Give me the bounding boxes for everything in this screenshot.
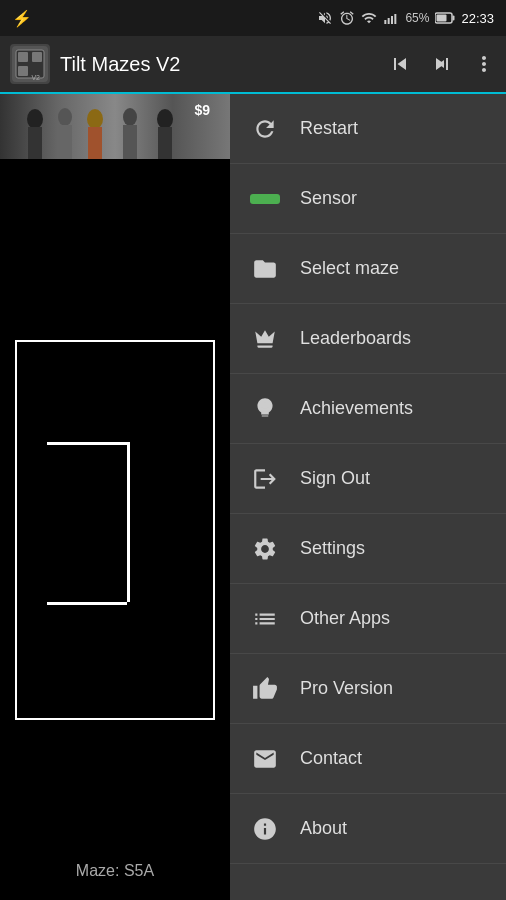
signout-icon [250,466,280,492]
alarm-icon [339,10,355,26]
svg-text:V2: V2 [31,74,40,81]
about-label: About [300,818,347,839]
status-bar: ⚡ 65% 22:33 [0,0,506,36]
svg-point-15 [58,108,72,126]
maze-area: Maze: S5A [0,159,230,900]
svg-point-17 [87,109,103,129]
menu-item-sign-out[interactable]: Sign Out [230,444,506,514]
menu-item-leaderboards[interactable]: Leaderboards [230,304,506,374]
svg-rect-9 [18,52,28,62]
sensor-label: Sensor [300,188,357,209]
more-options-button[interactable] [472,52,496,76]
status-right-icons: 65% 22:33 [317,10,494,26]
maze-wall-2 [47,602,127,605]
app-title: Tilt Mazes V2 [60,53,388,76]
other-apps-label: Other Apps [300,608,390,629]
maze-canvas [15,340,215,720]
usb-icon: ⚡ [12,9,32,28]
svg-point-21 [157,109,173,129]
list-icon [250,606,280,632]
status-left-icons: ⚡ [12,9,32,28]
ad-image: 2 $9 [0,94,230,159]
menu-item-restart[interactable]: Restart [230,94,506,164]
maze-wall-3 [127,442,130,602]
settings-icon [250,536,280,562]
maze-wall-1 [47,442,127,445]
info-icon [250,816,280,842]
svg-rect-10 [32,52,42,62]
contact-label: Contact [300,748,362,769]
svg-rect-14 [28,127,42,159]
svg-rect-20 [123,125,137,159]
svg-rect-3 [395,14,397,24]
sensor-icon [250,194,280,204]
menu-item-other-apps[interactable]: Other Apps [230,584,506,654]
menu-item-about[interactable]: About [230,794,506,864]
top-bar: V2 Tilt Mazes V2 [0,36,506,94]
settings-label: Settings [300,538,365,559]
signal-icon [383,10,399,26]
svg-rect-11 [18,66,28,76]
restart-icon [250,116,280,142]
clock: 22:33 [461,11,494,26]
battery-icon [435,12,455,24]
crown-icon [250,326,280,352]
menu-item-settings[interactable]: Settings [230,514,506,584]
dropdown-menu: Restart Sensor Select maze [230,94,506,900]
wifi-icon [361,10,377,26]
svg-rect-16 [58,125,72,159]
thumbsup-icon [250,676,280,702]
svg-point-23 [262,402,269,409]
top-bar-actions [388,52,496,76]
achievement-icon [250,396,280,422]
svg-rect-6 [437,15,447,22]
pro-version-label: Pro Version [300,678,393,699]
restart-label: Restart [300,118,358,139]
prev-button[interactable] [388,52,412,76]
menu-item-contact[interactable]: Contact [230,724,506,794]
achievements-label: Achievements [300,398,413,419]
select-maze-label: Select maze [300,258,399,279]
menu-item-pro-version[interactable]: Pro Version [230,654,506,724]
svg-rect-5 [453,16,455,21]
svg-rect-22 [158,127,172,159]
svg-rect-1 [388,18,390,24]
menu-item-sensor[interactable]: Sensor [230,164,506,234]
menu-item-select-maze[interactable]: Select maze [230,234,506,304]
sensor-indicator [250,194,280,204]
leaderboards-label: Leaderboards [300,328,411,349]
svg-rect-18 [88,127,102,159]
menu-item-achievements[interactable]: Achievements [230,374,506,444]
next-button[interactable] [430,52,454,76]
folder-icon [250,256,280,282]
mail-icon [250,746,280,772]
svg-point-19 [123,108,137,126]
app-icon: V2 [10,44,50,84]
svg-rect-0 [385,20,387,24]
battery-percent: 65% [405,11,429,25]
maze-label: Maze: S5A [76,862,154,880]
content-area: 2 $9 [0,94,506,900]
svg-rect-2 [391,16,393,24]
mute-icon [317,10,333,26]
svg-point-13 [27,109,43,129]
sign-out-label: Sign Out [300,468,370,489]
